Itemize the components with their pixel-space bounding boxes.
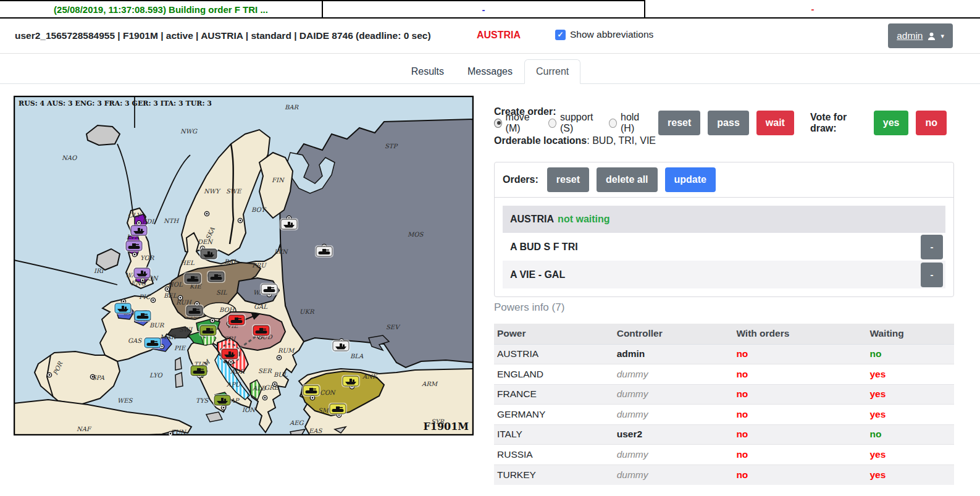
- region-corsica: [175, 358, 182, 370]
- status-bar: (25/08/2019, 11:37:08.593) Building orde…: [0, 0, 980, 19]
- with-orders-cell: no: [733, 384, 866, 405]
- tab-current[interactable]: Current: [524, 59, 580, 84]
- supply-center-dot: [262, 395, 267, 400]
- order-text: A VIE - GAL: [510, 269, 921, 280]
- order-action-buttons: resetpasswait: [658, 111, 802, 135]
- unit-russia-army[interactable]: [260, 283, 279, 295]
- power-cell: AUSTRIA: [494, 344, 614, 364]
- unit-turkey-army[interactable]: [302, 384, 320, 397]
- territory-label-mos: MOS: [408, 231, 424, 238]
- unit-italy-army[interactable]: [190, 364, 208, 377]
- order-type-hold[interactable]: hold (H): [609, 112, 649, 134]
- unit-austria-fleet[interactable]: [220, 348, 239, 360]
- unit-england-fleet[interactable]: [130, 224, 148, 237]
- territory-label-gal: GAL: [254, 303, 267, 310]
- order-type-radios: move (M)support (S)hold (H): [494, 112, 658, 134]
- status-right-value: -: [645, 0, 980, 17]
- power-cell: RUSSIA: [494, 445, 614, 465]
- territory-label-pic: PIC: [139, 293, 151, 300]
- power-cell: ENGLAND: [494, 364, 614, 385]
- powers-info-title: Powers info (7): [494, 301, 564, 314]
- order-type-support[interactable]: support (S): [548, 112, 600, 134]
- draw-no-button[interactable]: no: [916, 111, 947, 135]
- tab-messages[interactable]: Messages: [456, 59, 524, 84]
- unit-england-army[interactable]: [125, 240, 143, 252]
- orderable-locations: Orderable locations: BUD, TRI, VIE: [494, 135, 656, 146]
- controller-cell: dummy: [614, 445, 734, 465]
- unit-turkey-fleet[interactable]: [341, 375, 360, 387]
- table-row: GERMANYdummynoyes: [494, 405, 954, 425]
- territory-label-nwy: NWY: [204, 188, 221, 195]
- territory-label-ukr: UKR: [299, 308, 315, 315]
- draw-yes-button[interactable]: yes: [874, 111, 909, 135]
- unit-austria-army[interactable]: [252, 324, 270, 337]
- remove-order-button[interactable]: -: [921, 263, 943, 287]
- game-map[interactable]: NAONWGBARSTPMOSFINNWYSWEBOTNTHLVNPRUIRIE…: [14, 96, 474, 435]
- tab-results[interactable]: Results: [400, 59, 456, 84]
- unit-italy-fleet[interactable]: [213, 394, 232, 406]
- pass-button[interactable]: pass: [708, 111, 748, 135]
- supply-center-dot: [151, 298, 155, 302]
- table-row: TURKEYdummynoyes: [494, 464, 954, 485]
- waiting-cell: yes: [866, 464, 954, 485]
- user-menu-button[interactable]: admin ▾: [888, 23, 953, 48]
- table-row: AUSTRIAadminnono: [494, 344, 954, 364]
- region-russia[interactable]: [279, 119, 474, 368]
- column-header-with-orders: With orders: [733, 324, 866, 344]
- unit-turkey-army[interactable]: [329, 403, 347, 415]
- territory-label-bla: BLA: [350, 353, 364, 359]
- unit-germany-fleet[interactable]: [199, 248, 218, 260]
- unit-russia-fleet[interactable]: [332, 340, 350, 352]
- create-order-controls: move (M)support (S)hold (H) resetpasswai…: [494, 111, 954, 135]
- territory-label-eas: EAS: [309, 427, 323, 434]
- territory-label-bar: BAR: [285, 104, 299, 111]
- unit-russia-army[interactable]: [315, 245, 333, 258]
- unit-germany-army[interactable]: [183, 272, 202, 285]
- waiting-cell: yes: [866, 384, 954, 405]
- unit-england-fleet[interactable]: [133, 267, 151, 279]
- radio-icon: [494, 119, 502, 128]
- unit-russia-fleet[interactable]: [280, 218, 298, 230]
- table-row: ENGLANDdummynoyes: [494, 364, 954, 385]
- territory-label-pie: PIE: [174, 345, 186, 351]
- orders-card-header: Orders: resetdelete allupdate: [495, 162, 953, 198]
- controller-cell: dummy: [614, 384, 734, 405]
- orders-delete-all-button[interactable]: delete all: [597, 167, 657, 192]
- unit-italy-army[interactable]: [199, 324, 217, 337]
- order-type-label: support (S): [560, 112, 600, 134]
- territory-label-stp: STP: [385, 143, 398, 149]
- territory-label-sev: SEV: [386, 324, 401, 330]
- column-header-power: Power: [494, 324, 614, 344]
- controller-cell: dummy: [614, 405, 734, 425]
- territory-label-hel: HEL: [180, 259, 195, 266]
- territory-label-mar: MAR: [160, 334, 176, 340]
- orderable-locations-label: Orderable locations: [494, 135, 587, 146]
- order-row: A VIE - GAL-: [503, 261, 945, 288]
- territory-label-lyo: LYO: [149, 372, 163, 379]
- territory-label-gas: GAS: [128, 337, 142, 344]
- orders-buttons: resetdelete allupdate: [547, 167, 723, 192]
- unit-france-fleet[interactable]: [114, 302, 132, 314]
- power-badge: AUSTRIA: [477, 30, 521, 41]
- wait-button[interactable]: wait: [756, 111, 794, 135]
- reset-button[interactable]: reset: [658, 111, 700, 135]
- show-abbreviations-toggle: ✓ Show abbreviations: [555, 29, 653, 40]
- unit-france-army[interactable]: [143, 337, 162, 349]
- power-status-row: AUSTRIA not waiting: [503, 206, 945, 233]
- territory-label-ser: SER: [258, 368, 272, 374]
- table-row: FRANCEdummynoyes: [494, 384, 954, 405]
- unit-austria-army[interactable]: [227, 314, 246, 326]
- show-abbreviations-checkbox[interactable]: ✓: [555, 30, 566, 40]
- phase-label: F1901M: [423, 421, 469, 432]
- unit-germany-army[interactable]: [185, 305, 204, 317]
- territory-label-bur: BUR: [149, 322, 165, 329]
- order-type-move[interactable]: move (M): [494, 112, 539, 134]
- remove-order-button[interactable]: -: [921, 235, 943, 259]
- unit-germany-army[interactable]: [207, 271, 225, 283]
- orders-reset-button[interactable]: reset: [547, 167, 589, 192]
- unit-france-army[interactable]: [133, 309, 152, 322]
- supply-center-dot: [47, 372, 51, 377]
- territory-label-nao: NAO: [62, 154, 77, 161]
- orders-update-button[interactable]: update: [665, 167, 716, 192]
- diplomacy-app: (25/08/2019, 11:37:08.593) Building orde…: [0, 0, 980, 496]
